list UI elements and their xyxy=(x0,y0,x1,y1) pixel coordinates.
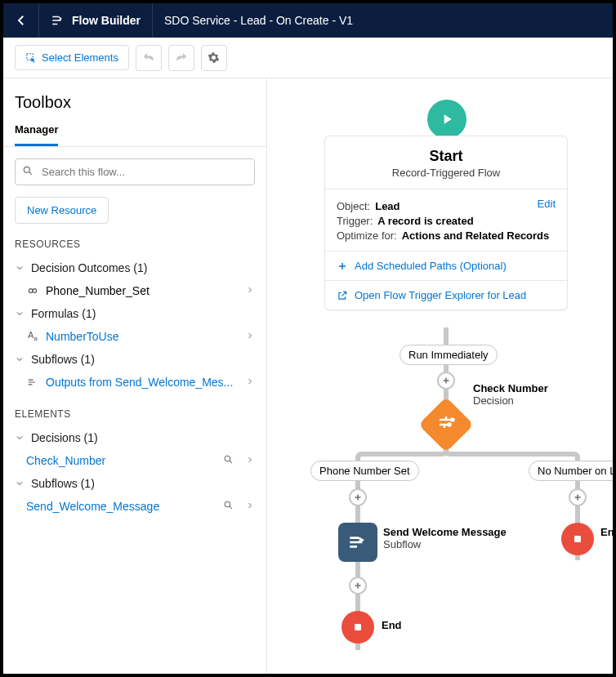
end-label-right: End xyxy=(600,526,613,538)
group-subflows-el[interactable]: Subflows (1) xyxy=(15,472,255,495)
start-title: Start xyxy=(333,148,559,165)
open-flow-trigger-explorer-link[interactable]: Open Flow Trigger Explorer for Lead xyxy=(325,281,567,310)
group-decisions[interactable]: Decisions (1) xyxy=(15,426,255,449)
start-card: Start Record-Triggered Flow Edit Object:… xyxy=(324,136,568,310)
select-elements-button[interactable]: Select Elements xyxy=(15,45,129,70)
chevron-right-icon xyxy=(245,284,255,297)
svg-point-4 xyxy=(225,456,230,461)
search-input[interactable] xyxy=(15,158,255,185)
flow-builder-brand: Flow Builder xyxy=(39,3,153,38)
sidebar-tabs: Manager xyxy=(3,123,266,147)
no-number-on-lead-pill: No Number on Lead xyxy=(529,461,613,481)
back-button[interactable] xyxy=(3,3,39,38)
flow-builder-icon xyxy=(51,13,65,28)
toolbar: Select Elements xyxy=(3,38,613,78)
edit-link[interactable]: Edit xyxy=(538,198,556,210)
chevron-right-icon xyxy=(245,454,255,467)
canvas[interactable]: Start Record-Triggered Flow Edit Object:… xyxy=(267,78,613,674)
run-immediately-pill: Run Immediately xyxy=(400,345,498,365)
phone-number-set-pill: Phone Number Set xyxy=(310,461,419,481)
chevron-right-icon xyxy=(245,330,255,343)
item-number-to-use[interactable]: Aa NumberToUse xyxy=(15,325,255,348)
group-subflows-res[interactable]: Subflows (1) xyxy=(15,348,255,371)
sidebar-search xyxy=(15,158,255,185)
start-play-button[interactable] xyxy=(427,100,466,139)
end-label-left: End xyxy=(382,619,402,631)
undo-button[interactable] xyxy=(136,45,162,71)
start-subtitle: Record-Triggered Flow xyxy=(333,167,559,179)
redo-button[interactable] xyxy=(168,45,194,71)
item-send-welcome-message[interactable]: Send_Welcome_Message xyxy=(15,495,255,518)
section-resources: RESOURCES xyxy=(15,238,255,250)
magnifier-icon[interactable] xyxy=(223,500,234,513)
add-node-button[interactable] xyxy=(349,577,367,595)
add-node-button[interactable] xyxy=(569,488,587,506)
brand-text: Flow Builder xyxy=(72,14,141,27)
chevron-right-icon xyxy=(245,376,255,389)
add-node-button[interactable] xyxy=(349,488,367,506)
magnifier-icon[interactable] xyxy=(223,454,234,467)
new-resource-button[interactable]: New Resource xyxy=(15,197,109,224)
item-phone-number-set[interactable]: Phone_Number_Set xyxy=(15,279,255,302)
group-formulas[interactable]: Formulas (1) xyxy=(15,302,255,325)
sidebar-title: Toolbox xyxy=(15,93,255,112)
svg-point-1 xyxy=(24,167,29,172)
outcome-icon xyxy=(26,284,39,297)
add-node-button[interactable] xyxy=(437,372,455,390)
svg-point-2 xyxy=(29,289,33,293)
item-outputs-send-welcome[interactable]: Outputs from Send_Welcome_Mes... xyxy=(15,371,255,394)
chevron-right-icon xyxy=(245,500,255,513)
decision-label: Check Number Decision xyxy=(473,382,548,407)
svg-point-7 xyxy=(449,424,451,426)
formula-icon: Aa xyxy=(26,330,39,343)
app-header: Flow Builder SDO Service - Lead - On Cre… xyxy=(3,3,613,38)
section-elements: ELEMENTS xyxy=(15,408,255,420)
svg-point-3 xyxy=(33,289,37,293)
end-node-right[interactable] xyxy=(561,523,594,555)
sidebar: Toolbox Manager New Resource RESOURCES D… xyxy=(3,78,267,674)
search-icon xyxy=(22,165,33,180)
subflow-icon xyxy=(26,376,39,389)
settings-button[interactable] xyxy=(201,45,227,71)
tab-manager[interactable]: Manager xyxy=(15,123,58,146)
end-node-left[interactable] xyxy=(341,611,374,644)
group-decision-outcomes[interactable]: Decision Outcomes (1) xyxy=(15,256,255,279)
svg-rect-8 xyxy=(355,624,361,630)
subflow-label: Send Welcome Message Subflow xyxy=(383,526,507,550)
flow-name: SDO Service - Lead - On Create - V1 xyxy=(153,14,364,27)
svg-point-5 xyxy=(225,501,230,507)
item-check-number[interactable]: Check_Number xyxy=(15,449,255,472)
svg-point-6 xyxy=(452,419,454,421)
svg-rect-9 xyxy=(574,536,581,542)
add-scheduled-paths-link[interactable]: Add Scheduled Paths (Optional) xyxy=(325,252,567,281)
subflow-node[interactable] xyxy=(338,523,377,562)
